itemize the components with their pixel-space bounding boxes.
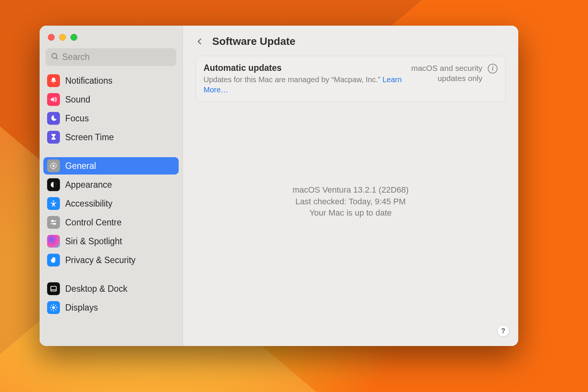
sidebar-item-screen-time[interactable]: Screen Time: [43, 129, 179, 146]
sidebar-item-desktop-dock[interactable]: Desktop & Dock: [43, 280, 179, 297]
settings-window: Notifications Sound Focus Screen Time: [40, 26, 518, 346]
hand-icon: [47, 254, 60, 266]
sidebar-item-label: Appearance: [65, 180, 112, 190]
sidebar-item-label: Screen Time: [65, 132, 114, 142]
sidebar-item-label: Displays: [65, 303, 98, 313]
siri-icon: [47, 235, 60, 248]
bell-icon: [47, 74, 60, 87]
main-panel: Software Update Automatic updates Update…: [183, 26, 518, 346]
last-checked-text: Last checked: Today, 9:45 PM: [296, 196, 406, 207]
svg-point-0: [52, 53, 57, 58]
sidebar-item-label: Accessibility: [65, 199, 112, 209]
search-icon: [51, 52, 59, 62]
sidebar-item-appearance[interactable]: Appearance: [43, 176, 179, 193]
sidebar-item-label: Privacy & Security: [65, 255, 136, 265]
search-field[interactable]: [46, 48, 176, 66]
up-to-date-text: Your Mac is up to date: [309, 207, 392, 219]
svg-rect-9: [51, 286, 57, 291]
hourglass-icon: [47, 131, 60, 144]
sidebar-item-label: Control Centre: [65, 217, 122, 228]
sidebar: Notifications Sound Focus Screen Time: [40, 26, 183, 346]
svg-line-17: [55, 309, 56, 310]
sidebar-item-siri-spotlight[interactable]: Siri & Spotlight: [43, 233, 179, 250]
appearance-icon: [47, 178, 60, 191]
brightness-icon: [47, 301, 60, 314]
info-icon[interactable]: i: [488, 64, 498, 74]
sidebar-item-label: Siri & Spotlight: [65, 236, 122, 247]
card-description: Updates for this Mac are managed by “Mac…: [204, 75, 404, 95]
updates-scope-text: macOS and security updates only: [411, 63, 482, 84]
card-title: Automatic updates: [204, 63, 404, 73]
search-input[interactable]: [62, 52, 171, 62]
sidebar-item-label: Notifications: [65, 76, 112, 86]
svg-line-18: [51, 309, 52, 310]
svg-point-8: [54, 223, 55, 225]
sidebar-item-control-centre[interactable]: Control Centre: [43, 214, 179, 231]
svg-point-11: [52, 306, 55, 309]
svg-point-2: [52, 165, 55, 167]
sidebar-item-general[interactable]: General: [43, 157, 179, 175]
page-title: Software Update: [212, 35, 296, 47]
sidebar-item-sound[interactable]: Sound: [43, 91, 179, 108]
sidebar-item-label: General: [65, 161, 96, 171]
sidebar-item-focus[interactable]: Focus: [43, 110, 179, 127]
svg-point-4: [53, 201, 54, 202]
macos-version-text: macOS Ventura 13.2.1 (22D68): [292, 184, 409, 196]
gear-icon: [47, 159, 60, 172]
window-controls: [40, 26, 182, 45]
update-status: macOS Ventura 13.2.1 (22D68) Last checke…: [183, 102, 518, 346]
svg-line-16: [51, 305, 52, 306]
sidebar-item-label: Sound: [65, 95, 90, 105]
sidebar-item-label: Desktop & Dock: [65, 284, 127, 294]
sidebar-nav: Notifications Sound Focus Screen Time: [40, 70, 182, 346]
accessibility-icon: [47, 197, 60, 210]
speaker-icon: [47, 93, 60, 106]
sidebar-item-displays[interactable]: Displays: [43, 299, 179, 316]
header: Software Update: [183, 26, 518, 54]
minimize-window-button[interactable]: [59, 34, 66, 41]
back-button[interactable]: [194, 36, 205, 47]
sidebar-item-privacy-security[interactable]: Privacy & Security: [43, 251, 179, 269]
zoom-window-button[interactable]: [70, 34, 77, 41]
sidebar-item-label: Focus: [65, 113, 89, 124]
svg-point-6: [52, 220, 53, 222]
svg-line-19: [55, 305, 56, 306]
automatic-updates-card: Automatic updates Updates for this Mac a…: [196, 56, 505, 102]
svg-line-1: [56, 57, 58, 59]
help-button[interactable]: ?: [497, 325, 509, 337]
sidebar-item-notifications[interactable]: Notifications: [43, 72, 179, 89]
sliders-icon: [47, 216, 60, 229]
sidebar-item-accessibility[interactable]: Accessibility: [43, 195, 179, 212]
dock-icon: [47, 282, 60, 295]
close-window-button[interactable]: [48, 34, 55, 41]
moon-icon: [47, 112, 60, 125]
